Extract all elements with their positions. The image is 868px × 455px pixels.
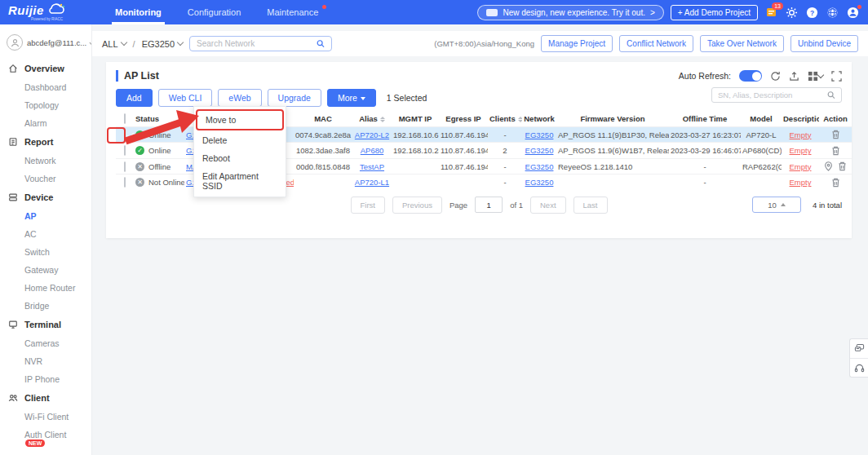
take-over-network-button[interactable]: Take Over Network xyxy=(700,35,784,52)
manage-project-button[interactable]: Manage Project xyxy=(541,35,613,52)
web-cli-button[interactable]: Web CLI xyxy=(158,89,213,107)
network-link[interactable]: EG3250 xyxy=(525,146,554,155)
location-icon[interactable] xyxy=(824,161,833,171)
tab-configuration[interactable]: Configuration xyxy=(175,0,254,24)
row-checkbox[interactable] xyxy=(124,161,126,172)
add-demo-project-button[interactable]: + Add Demo Project xyxy=(671,5,758,20)
add-button[interactable]: Add xyxy=(116,89,153,107)
user-icon[interactable] xyxy=(846,6,860,20)
sidebar-item-network[interactable]: Network xyxy=(0,152,91,170)
fullscreen-icon[interactable] xyxy=(831,71,842,82)
sidebar-item-cameras[interactable]: Cameras xyxy=(0,334,91,352)
sidebar-item-wifi-client[interactable]: Wi-Fi Client xyxy=(0,408,91,426)
page-number-input[interactable] xyxy=(475,197,503,213)
col-egress-ip[interactable]: Egress IP xyxy=(439,111,488,127)
alias-link[interactable]: AP720-L2 xyxy=(355,130,389,139)
search-icon[interactable] xyxy=(317,39,325,48)
auto-refresh-toggle[interactable] xyxy=(739,70,762,82)
sidebar-item-auth-client[interactable]: Auth ClientNEW xyxy=(0,426,91,453)
page-size-select[interactable]: 10 xyxy=(752,197,801,213)
col-mgmt-ip[interactable]: MGMT IP xyxy=(392,111,439,127)
menu-item-reboot[interactable]: Reboot xyxy=(194,149,286,167)
col-mac[interactable]: MAC xyxy=(294,111,352,127)
headset-icon[interactable] xyxy=(850,358,868,377)
delete-icon[interactable] xyxy=(838,161,847,171)
description-link[interactable]: Empty xyxy=(790,178,812,187)
delete-icon[interactable] xyxy=(831,146,840,156)
ap-search-input[interactable] xyxy=(718,91,822,99)
menu-item-edit-apartment-ssid[interactable]: Edit Apartment SSID xyxy=(194,167,286,195)
upgrade-button[interactable]: Upgrade xyxy=(268,89,321,107)
col-clients[interactable]: Clients xyxy=(488,111,522,127)
message-icon[interactable]: 13 xyxy=(764,6,778,20)
next-page-button[interactable]: Next xyxy=(530,197,566,214)
delete-icon[interactable] xyxy=(831,178,840,188)
project-dropdown[interactable]: EG3250 xyxy=(142,39,183,49)
sidebar-item-ac[interactable]: AC xyxy=(0,225,91,243)
col-status[interactable]: Status xyxy=(134,111,184,127)
network-search-input[interactable] xyxy=(197,39,312,48)
sidebar-item-dashboard[interactable]: Dashboard xyxy=(0,78,91,96)
network-link[interactable]: EG3250 xyxy=(525,130,554,139)
sidebar-group-client[interactable]: Client xyxy=(0,388,91,408)
row-checkbox[interactable] xyxy=(124,177,126,188)
col-offline-time[interactable]: Offline Time xyxy=(669,111,741,127)
sidebar-group-terminal[interactable]: Terminal xyxy=(0,315,91,334)
feedback-icon[interactable] xyxy=(850,339,868,358)
alias-link[interactable]: AP680 xyxy=(361,146,384,155)
conflict-network-button[interactable]: Conflict Network xyxy=(619,35,693,52)
unbind-device-button[interactable]: Unbind Device xyxy=(790,35,858,52)
network-link[interactable]: EG3250 xyxy=(525,162,554,171)
new-design-banner[interactable]: New design, new experience. Try it out. … xyxy=(477,5,663,20)
first-page-button[interactable]: First xyxy=(351,197,385,214)
col-model[interactable]: Model xyxy=(741,111,782,127)
description-link[interactable]: Empty xyxy=(790,162,812,171)
sidebar-item-ap[interactable]: AP xyxy=(0,207,91,225)
globe-icon[interactable] xyxy=(826,6,839,20)
sidebar-item-home-router[interactable]: Home Router xyxy=(0,279,91,297)
network-link[interactable]: EG3250 xyxy=(525,178,554,187)
tab-monitoring[interactable]: Monitoring xyxy=(102,0,175,24)
alias-link[interactable]: TestAP xyxy=(360,162,384,171)
sidebar-item-nvr[interactable]: NVR xyxy=(0,352,91,370)
col-alias[interactable]: Alias xyxy=(352,111,392,127)
export-icon[interactable] xyxy=(789,71,799,82)
brand-logo[interactable]: Ruijie Powered by RIACC xyxy=(0,3,92,22)
columns-icon[interactable] xyxy=(808,71,823,82)
scope-dropdown[interactable]: ALL xyxy=(102,39,126,49)
sidebar-item-switch[interactable]: Switch xyxy=(0,243,91,261)
description-link[interactable]: Empty xyxy=(790,146,812,155)
sidebar-item-ip-phone[interactable]: IP Phone xyxy=(0,370,91,388)
sidebar-item-topology[interactable]: Topology xyxy=(0,96,91,114)
alias-link[interactable]: AP720-L1 xyxy=(355,178,389,187)
col-firmware[interactable]: Firmware Version xyxy=(556,111,669,127)
sidebar-item-gateway[interactable]: Gateway xyxy=(0,261,91,279)
previous-page-button[interactable]: Previous xyxy=(392,197,442,214)
row-checkbox[interactable] xyxy=(124,130,126,140)
sort-icon[interactable] xyxy=(380,117,385,122)
more-button[interactable]: More xyxy=(327,89,376,107)
tab-maintenance[interactable]: Maintenance xyxy=(254,0,331,24)
help-icon[interactable]: ? xyxy=(805,6,819,20)
account-selector[interactable]: abcdefg@111.c... xyxy=(0,24,91,59)
eweb-button[interactable]: eWeb xyxy=(218,89,261,107)
refresh-icon[interactable] xyxy=(770,71,781,82)
menu-item-delete[interactable]: Delete xyxy=(194,131,286,149)
select-all-checkbox[interactable] xyxy=(124,113,126,124)
sidebar-group-report[interactable]: Report xyxy=(0,132,91,152)
search-icon[interactable] xyxy=(827,91,835,99)
sidebar-group-device[interactable]: Device xyxy=(0,188,91,207)
sidebar-item-alarm[interactable]: Alarm xyxy=(0,114,91,132)
col-network[interactable]: Network xyxy=(522,111,556,127)
sidebar-item-voucher[interactable]: Voucher xyxy=(0,170,91,188)
col-description[interactable]: Description xyxy=(782,111,819,127)
row-checkbox[interactable] xyxy=(124,145,126,156)
delete-icon[interactable] xyxy=(831,130,840,139)
description-link[interactable]: Empty xyxy=(790,130,812,139)
sidebar-item-bridge[interactable]: Bridge xyxy=(0,297,91,315)
gear-icon[interactable] xyxy=(785,6,799,20)
menu-item-move-to[interactable]: Move to xyxy=(196,109,284,130)
last-page-button[interactable]: Last xyxy=(574,197,608,214)
sort-icon[interactable] xyxy=(518,117,522,122)
sidebar-group-overview[interactable]: Overview xyxy=(0,59,91,78)
